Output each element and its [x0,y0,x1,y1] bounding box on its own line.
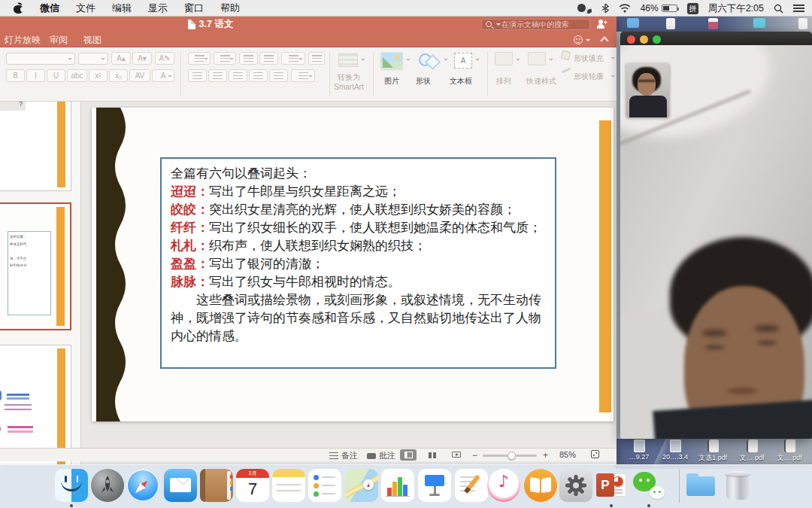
dock-keynote-icon[interactable] [418,469,451,502]
columns-button[interactable] [269,69,288,82]
app-menu-wechat[interactable]: 微信 [40,2,59,15]
dock-itunes-icon[interactable] [487,469,520,502]
dock-numbers-icon[interactable] [381,469,414,502]
dock-downloads-folder-icon[interactable] [684,469,717,502]
slide-thumbnail-3[interactable] [0,345,71,464]
notification-center-icon[interactable] [793,5,804,12]
bluetooth-icon[interactable] [601,3,609,14]
battery-status[interactable]: 46% [641,3,677,14]
line-spacing-button[interactable] [281,52,305,65]
increase-indent-button[interactable] [259,52,278,65]
align-center-button[interactable] [208,69,227,82]
dock-powerpoint-icon[interactable] [595,469,628,502]
desktop-file[interactable]: 20….3.4 [657,439,693,461]
numbering-button[interactable] [214,52,236,65]
menu-file[interactable]: 文件 [76,2,95,15]
dock-contacts-icon[interactable] [200,469,233,502]
zoom-slider[interactable] [483,455,537,457]
collapse-ribbon-icon[interactable] [600,36,608,44]
dock-launchpad-icon[interactable] [91,469,124,502]
decrease-font-button[interactable]: A▾ [132,52,152,65]
desktop-folder-icon[interactable] [627,18,639,28]
desktop-document-icon[interactable] [666,18,675,29]
desktop-file[interactable]: …9.27 [621,439,657,461]
dock-maps-icon[interactable] [345,469,378,502]
menu-bar-clock[interactable]: 周六下午2:05 [708,2,764,15]
text-direction-button[interactable] [291,69,315,82]
underline-button[interactable]: U [47,69,65,82]
spotlight-search-icon[interactable] [774,4,783,14]
dock-reminders-icon[interactable] [308,469,341,502]
tab-slideshow[interactable]: 灯片放映 [5,34,41,47]
zoom-in-button[interactable] [543,450,548,461]
subscript-button[interactable]: x₂ [109,69,128,82]
increase-font-button[interactable]: A▴ [111,52,131,65]
dock-wechat-icon[interactable] [632,469,665,502]
desktop-file[interactable]: 文….pdf [771,439,807,463]
self-view-video[interactable] [626,63,669,117]
dock-system-preferences-icon[interactable] [559,469,592,502]
clear-formatting-button[interactable]: A✎ [155,52,174,65]
apple-menu-icon[interactable] [14,3,23,14]
tab-review[interactable]: 审阅 [50,34,68,47]
dock-safari-icon[interactable] [126,469,159,502]
wifi-icon[interactable] [619,4,631,13]
slide-sorter-button[interactable] [424,449,441,461]
menu-edit[interactable]: 编辑 [112,2,132,15]
bullets-button[interactable] [188,52,211,65]
dock-finder-icon[interactable] [55,469,88,502]
close-button[interactable] [627,35,635,44]
tab-view[interactable]: 视图 [83,34,102,47]
feedback-smiley-icon[interactable] [574,35,583,44]
desktop-document-icon[interactable] [798,18,807,29]
dock-ibooks-icon[interactable] [524,469,557,502]
slide-thumbnail-2-selected[interactable]: 美的容颜； 的体态和气 境，无不生 贴切地传达 [0,202,71,330]
desktop-file[interactable]: 文选1.pdf [695,439,731,463]
menu-window[interactable]: 窗口 [184,2,204,15]
shape-fill-button[interactable]: 形状填充 [574,53,604,64]
italic-button[interactable]: I [26,69,45,82]
align-left-button[interactable] [188,69,207,82]
menu-help[interactable]: 帮助 [220,2,240,15]
superscript-button[interactable]: x² [89,69,108,82]
paragraph-more-button[interactable] [308,52,325,65]
slide-thumbnail-1[interactable]: ? [0,102,71,191]
dock-calendar-icon[interactable]: 3月 7 [236,469,269,502]
comments-button[interactable]: 批注 [367,450,395,461]
dock-notes-icon[interactable] [272,469,305,502]
quick-styles-button[interactable]: 快速样式 [520,76,562,87]
zoom-out-button[interactable] [472,450,477,461]
video-window-title-bar[interactable] [620,32,812,45]
desktop-image-icon[interactable] [708,18,718,29]
strikethrough-button[interactable]: abc [67,69,87,82]
share-add-person-icon[interactable]: + [597,20,607,29]
slide-textbox[interactable]: 全篇有六句以叠词起头： 迢迢：写出了牛郎星与织女星距离之远； 皎皎：突出织女星清… [160,157,556,369]
zoom-slider-knob[interactable] [508,452,516,460]
normal-view-button[interactable] [400,449,417,461]
dock-mail-icon[interactable] [164,469,197,502]
arrange-button[interactable]: 排列 [487,76,520,87]
insert-shape-button[interactable]: 形状 [404,76,442,87]
desktop-folder-icon[interactable] [753,18,765,28]
video-call-window[interactable] [620,32,812,439]
align-right-button[interactable] [229,69,247,82]
wechat-status-icon[interactable] [577,4,592,14]
slideshow-button[interactable] [448,449,465,461]
menu-view[interactable]: 显示 [148,2,168,15]
dock-pages-icon[interactable] [455,469,488,502]
fit-to-window-button[interactable] [591,450,599,458]
ppt-title-bar[interactable]: 3.7 语文 + [0,17,617,32]
bold-button[interactable]: B [6,69,25,82]
dock-trash-icon[interactable] [721,469,754,502]
shape-outline-button[interactable]: 形状轮廓 [574,71,604,82]
desktop-file[interactable]: 文….pdf [734,439,770,463]
notes-button[interactable]: 备注 [329,450,358,461]
text-effects-button[interactable]: AV [129,69,150,82]
font-size-select[interactable] [78,53,108,65]
decrease-indent-button[interactable] [239,52,258,65]
convert-smartart-button[interactable]: 转换为 SmartArt [328,72,370,91]
font-name-select[interactable] [6,53,75,65]
font-color-button[interactable]: A [152,69,174,82]
input-method-icon[interactable]: 拼 [687,3,698,14]
justify-button[interactable] [249,69,268,82]
